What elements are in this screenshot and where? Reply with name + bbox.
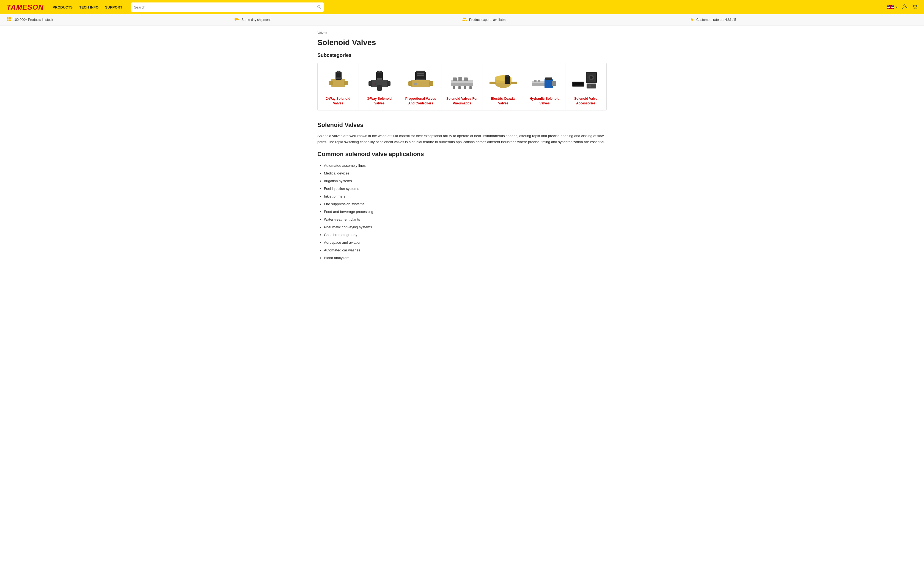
svg-point-22: [465, 18, 467, 19]
subcategory-image-accessories: [569, 68, 602, 93]
grid-icon: [6, 17, 11, 23]
info-rating: Customers rate us: 4.81 / 5: [690, 17, 918, 23]
list-item: Gas chromatography: [324, 231, 607, 239]
star-icon: [690, 17, 694, 23]
svg-rect-69: [552, 81, 556, 86]
svg-point-11: [904, 5, 906, 7]
subcategory-image-coaxial: [487, 68, 520, 93]
list-item: Pneumatic conveying systems: [324, 224, 607, 231]
subcategory-3way[interactable]: 3-Way Solenoid Valves: [359, 63, 400, 110]
svg-point-12: [914, 8, 915, 9]
info-shipment: Same day shipment: [234, 17, 462, 22]
svg-line-1: [320, 7, 321, 8]
svg-rect-64: [511, 82, 517, 84]
header: TAMESON PRODUCTS TECH INFO SUPPORT: [0, 0, 924, 14]
list-item: Inkjet printers: [324, 193, 607, 200]
info-experts: Product experts available: [462, 17, 690, 22]
svg-rect-77: [588, 85, 591, 87]
list-item: Aerospace and aviation: [324, 239, 607, 246]
svg-rect-25: [329, 81, 333, 85]
people-icon: [462, 17, 467, 22]
subcategories-grid: 2-Way Solenoid Valves 3-Way Solenoid Val…: [317, 63, 607, 110]
svg-rect-76: [586, 84, 596, 89]
subcategory-label-coaxial: Electric Coaxial Valves: [486, 97, 520, 106]
list-item: Fire suppression systems: [324, 201, 607, 208]
subcategory-image-3way: [363, 68, 396, 93]
svg-rect-53: [464, 77, 468, 81]
nav-tech-info[interactable]: TECH INFO: [79, 5, 99, 9]
svg-rect-71: [538, 80, 540, 82]
subcategory-label-2way: 2-Way Solenoid Valves: [321, 97, 355, 106]
section-description: Solenoid valves are well-known in the wo…: [317, 133, 607, 145]
svg-rect-41: [409, 81, 412, 86]
list-item: Automated car washes: [324, 247, 607, 254]
info-stock: 100,000+ Products in stock: [6, 17, 234, 23]
subcategory-image-2way: [322, 68, 355, 93]
svg-rect-26: [344, 81, 348, 85]
main-nav: PRODUCTS TECH INFO SUPPORT: [53, 5, 123, 9]
svg-rect-63: [489, 82, 496, 84]
svg-point-39: [375, 83, 376, 85]
svg-rect-62: [506, 75, 509, 77]
list-item: Automated assembly lines: [324, 162, 607, 169]
subcategories-title: Subcategories: [317, 53, 607, 58]
svg-rect-17: [9, 19, 11, 21]
list-item: Food and beverage processing: [324, 208, 607, 215]
svg-point-20: [237, 20, 238, 21]
breadcrumb[interactable]: Valves: [317, 31, 607, 35]
subcategory-label-accessories: Solenoid Valve Accessories: [569, 97, 603, 106]
subcategory-2way[interactable]: 2-Way Solenoid Valves: [318, 63, 359, 110]
svg-point-37: [379, 71, 380, 72]
section-title: Solenoid Valves: [317, 121, 607, 129]
subcategory-label-3way: 3-Way Solenoid Valves: [362, 97, 397, 106]
svg-rect-15: [9, 17, 11, 19]
search-icon: [317, 5, 321, 10]
svg-rect-70: [534, 80, 536, 82]
svg-rect-55: [459, 86, 460, 89]
svg-rect-14: [7, 17, 8, 19]
applications-title: Common solenoid valve applications: [317, 151, 607, 158]
rating-text: Customers rate us: 4.81 / 5: [696, 18, 736, 22]
svg-point-19: [235, 20, 236, 21]
header-icons: ▼: [887, 4, 918, 11]
svg-rect-44: [416, 71, 425, 73]
svg-rect-46: [417, 75, 424, 76]
subcategory-accessories[interactable]: Solenoid Valve Accessories: [565, 63, 606, 110]
svg-rect-61: [505, 76, 510, 84]
search-bar: [131, 2, 324, 12]
applications-list: Automated assembly lines Medical devices…: [317, 162, 607, 261]
svg-rect-38: [377, 78, 382, 80]
svg-point-75: [590, 76, 593, 79]
subcategory-label-proportional: Proportional Valves And Controllers: [404, 97, 438, 106]
svg-rect-48: [414, 83, 417, 85]
user-icon[interactable]: [902, 4, 908, 11]
svg-rect-30: [336, 77, 342, 79]
svg-point-21: [463, 18, 465, 19]
content-section: Solenoid Valves Solenoid valves are well…: [317, 121, 607, 261]
logo[interactable]: TAMESON: [6, 3, 44, 11]
svg-rect-34: [377, 85, 382, 91]
subcategory-coaxial[interactable]: Electric Coaxial Valves: [483, 63, 524, 110]
svg-rect-45: [417, 73, 424, 74]
subcategory-image-proportional: [404, 68, 437, 93]
svg-rect-51: [453, 77, 457, 81]
list-item: Irrigation systems: [324, 177, 607, 185]
subcategory-proportional[interactable]: Proportional Valves And Controllers: [400, 63, 441, 110]
list-item: Water treatment plants: [324, 216, 607, 223]
experts-text: Product experts available: [469, 18, 506, 22]
language-selector[interactable]: ▼: [887, 5, 898, 9]
svg-marker-23: [690, 17, 694, 21]
subcategory-pneumatics[interactable]: Solenoid Valves For Pneumatics: [441, 63, 483, 110]
nav-products[interactable]: PRODUCTS: [53, 5, 73, 9]
svg-rect-10: [887, 7, 894, 7]
svg-rect-56: [464, 86, 466, 89]
svg-rect-18: [234, 18, 237, 20]
svg-rect-42: [429, 81, 433, 86]
cart-icon[interactable]: [912, 4, 918, 11]
search-input[interactable]: [134, 5, 315, 9]
subcategory-hydraulic[interactable]: Hydraulic Solenoid Valves: [524, 63, 565, 110]
nav-support[interactable]: SUPPORT: [105, 5, 123, 9]
svg-rect-67: [544, 79, 553, 88]
svg-rect-16: [7, 19, 8, 21]
svg-point-13: [916, 8, 917, 9]
